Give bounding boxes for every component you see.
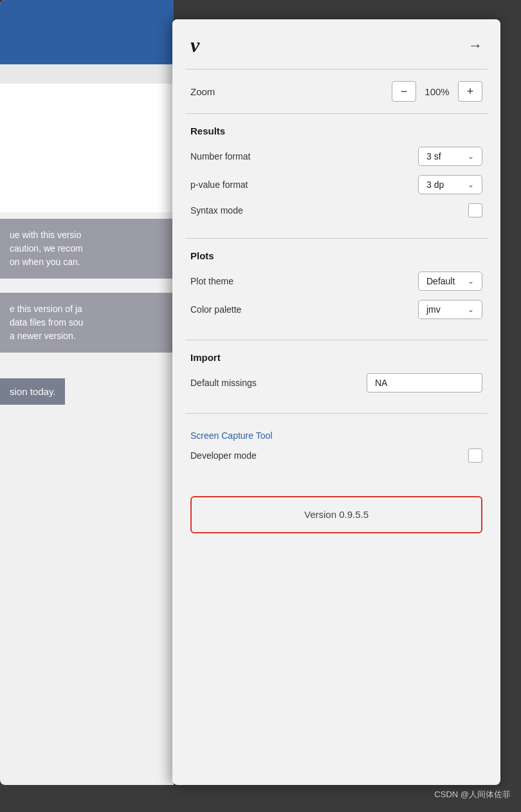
left-panel-highlight-text: sion today. [0, 378, 65, 405]
left-panel-text-block2: e this version of ja data files from sou… [0, 293, 174, 353]
plot-theme-label: Plot theme [190, 276, 233, 286]
p-value-format-value: 3 dp [426, 180, 444, 190]
syntax-mode-label: Syntax mode [190, 205, 243, 216]
import-section: Import Default missings [172, 340, 500, 413]
developer-mode-label: Developer mode [190, 450, 257, 461]
number-format-row: Number format 3 sf ⌄ [190, 147, 482, 166]
watermark: CSDN @人间体佐菲 [434, 789, 511, 800]
syntax-mode-row: Syntax mode [190, 203, 482, 217]
zoom-value-display: 100% [423, 86, 452, 97]
plot-theme-dropdown[interactable]: Default ⌄ [418, 272, 482, 291]
plots-section-title: Plots [190, 250, 482, 261]
color-palette-chevron-icon: ⌄ [468, 305, 474, 314]
jamovi-logo-icon: v [190, 33, 199, 57]
version-label: Version 0.9.5.5 [304, 509, 369, 520]
number-format-value: 3 sf [426, 151, 441, 161]
zoom-minus-button[interactable]: − [392, 81, 416, 102]
left-panel: ue with this versio caution, we recom on… [0, 0, 174, 785]
color-palette-label: Color palette [190, 304, 241, 315]
import-section-title: Import [190, 352, 482, 363]
results-section-title: Results [190, 125, 482, 136]
close-panel-button[interactable]: → [468, 37, 482, 54]
screen-capture-link[interactable]: Screen Capture Tool [190, 425, 482, 443]
default-missings-label: Default missings [190, 378, 257, 388]
color-palette-value: jmv [426, 304, 441, 315]
plot-theme-value: Default [426, 276, 455, 286]
p-value-format-label: p-value format [190, 180, 248, 190]
left-panel-header [0, 0, 174, 64]
p-value-format-row: p-value format 3 dp ⌄ [190, 175, 482, 194]
zoom-controls: − 100% + [392, 81, 482, 102]
p-value-format-chevron-icon: ⌄ [468, 180, 474, 189]
zoom-row: Zoom − 100% + [172, 69, 500, 113]
default-missings-row: Default missings [190, 373, 482, 392]
left-panel-white-area [0, 84, 174, 212]
plot-theme-chevron-icon: ⌄ [468, 277, 474, 286]
number-format-chevron-icon: ⌄ [468, 152, 474, 161]
version-box: Version 0.9.5.5 [190, 496, 482, 533]
number-format-dropdown[interactable]: 3 sf ⌄ [418, 147, 482, 166]
p-value-format-dropdown[interactable]: 3 dp ⌄ [418, 175, 482, 194]
color-palette-row: Color palette jmv ⌄ [190, 300, 482, 319]
settings-header: v → [172, 19, 500, 69]
color-palette-dropdown[interactable]: jmv ⌄ [418, 300, 482, 319]
number-format-label: Number format [190, 151, 250, 161]
misc-section: Screen Capture Tool Developer mode [172, 414, 500, 483]
developer-mode-row: Developer mode [190, 448, 482, 463]
syntax-mode-checkbox[interactable] [468, 203, 482, 217]
settings-panel: v → Zoom − 100% + Results Number format … [172, 19, 500, 785]
left-panel-text-block1: ue with this versio caution, we recom on… [0, 219, 174, 279]
plots-section: Plots Plot theme Default ⌄ Color palette… [172, 239, 500, 340]
developer-mode-checkbox[interactable] [468, 448, 482, 463]
zoom-label: Zoom [190, 86, 215, 97]
default-missings-input[interactable] [367, 373, 482, 392]
plot-theme-row: Plot theme Default ⌄ [190, 272, 482, 291]
zoom-plus-button[interactable]: + [458, 81, 482, 102]
results-section: Results Number format 3 sf ⌄ p-value for… [172, 114, 500, 238]
